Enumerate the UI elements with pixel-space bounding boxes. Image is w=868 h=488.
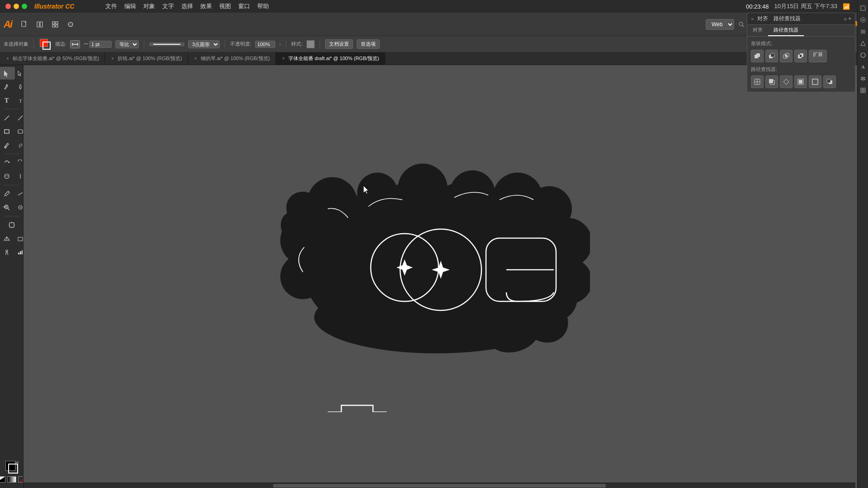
tab-3[interactable]: × 字体全能番 draft.ai* @ 100% (RGB/预览) [276, 52, 385, 65]
menu-window[interactable]: 窗口 [238, 2, 250, 10]
stroke-type-select[interactable]: 3点圆形 [188, 40, 220, 48]
type-tool[interactable]: T [0, 94, 15, 107]
gradient-button[interactable] [7, 476, 16, 483]
right-icon-1[interactable] [859, 15, 868, 24]
tab-close-0[interactable]: × [5, 56, 10, 61]
panel-close-button[interactable]: × [751, 16, 754, 22]
rectangle-tool[interactable] [0, 125, 15, 138]
paintbrush-tool[interactable] [0, 139, 15, 151]
grid-view-button[interactable] [49, 18, 61, 31]
right-icon-2[interactable] [859, 27, 868, 36]
trim-button[interactable] [765, 75, 778, 88]
unite-button[interactable] [751, 50, 764, 62]
rotate-tool[interactable] [0, 156, 15, 169]
menu-select[interactable]: 选择 [181, 2, 193, 10]
canvas-area[interactable] [24, 65, 868, 488]
panel-tab-pathfinder[interactable]: 路径查找器 [768, 25, 804, 36]
tab-2[interactable]: × 钢的琴.ai* @ 100% (RGB/预览) [188, 52, 276, 65]
reflect-tool[interactable] [16, 156, 24, 169]
right-icon-0[interactable] [859, 4, 868, 13]
tab-1[interactable]: × 折纸.ai* @ 100% (RGB/预览) [105, 52, 188, 65]
measure-tool[interactable] [16, 188, 24, 200]
opacity-input[interactable] [255, 41, 275, 48]
workspace-dropdown[interactable]: Web [706, 19, 734, 30]
artboard-tool[interactable] [4, 219, 20, 231]
right-icon-4[interactable] [859, 51, 868, 60]
tab-close-3[interactable]: × [281, 56, 286, 61]
search-icon [738, 21, 745, 28]
expand-button[interactable]: 扩展 [809, 50, 827, 62]
warp-tool[interactable] [0, 170, 15, 183]
hand-tool[interactable] [16, 201, 24, 214]
none-button[interactable] [18, 476, 24, 483]
minus-front-button[interactable] [765, 50, 778, 62]
fill-stroke-toggle[interactable]: ⇄ [5, 460, 19, 474]
minimize-button[interactable] [14, 4, 19, 9]
panel-tab-align[interactable]: 对齐 [747, 25, 768, 36]
new-document-button[interactable] [18, 18, 31, 31]
tab-close-1[interactable]: × [110, 56, 115, 61]
fill-stroke-widget[interactable] [39, 38, 52, 51]
minus-back-button[interactable] [823, 75, 836, 88]
width-tool[interactable] [16, 170, 24, 183]
horizontal-scrollbar[interactable] [24, 483, 855, 488]
merge-button[interactable] [780, 75, 793, 88]
zoom-tool[interactable] [0, 201, 15, 214]
menu-help[interactable]: 帮助 [257, 2, 269, 10]
selection-tool[interactable] [0, 67, 15, 80]
swap-fill-stroke-icon[interactable]: ⇄ [15, 460, 19, 465]
opacity-expand-icon[interactable]: › [279, 41, 281, 47]
reshape-tool[interactable] [16, 80, 24, 93]
graph-tool[interactable] [16, 246, 24, 258]
exclude-button[interactable] [794, 50, 807, 62]
panel-expand-button[interactable]: ≡ [844, 16, 847, 22]
zoom-tool-group [0, 201, 24, 214]
vertical-type-tool[interactable]: T [16, 94, 24, 107]
svg-rect-46 [18, 237, 23, 241]
arc-tool[interactable] [16, 112, 24, 124]
panel-collapse-button[interactable]: ▾ [849, 16, 851, 22]
line-tool[interactable] [0, 112, 15, 124]
menu-effect[interactable]: 效果 [200, 2, 212, 10]
maximize-button[interactable] [22, 4, 27, 9]
eyedropper-tool[interactable] [0, 188, 15, 200]
traffic-lights [5, 4, 27, 9]
menu-file[interactable]: 文件 [105, 2, 117, 10]
intersect-button[interactable] [780, 50, 793, 62]
h-scrollbar-thumb[interactable] [273, 484, 606, 488]
direct-selection-tool[interactable] [16, 67, 24, 80]
stroke-width-input[interactable] [89, 41, 112, 48]
stroke-color-box[interactable] [8, 464, 18, 474]
perspective-select-tool[interactable] [16, 232, 24, 245]
menu-view[interactable]: 视图 [219, 2, 231, 10]
dash-line-selector[interactable] [149, 42, 184, 46]
menu-text[interactable]: 文字 [162, 2, 174, 10]
right-icon-7[interactable] [859, 86, 868, 95]
menu-object[interactable]: 对象 [143, 2, 155, 10]
style-swatch[interactable] [307, 40, 315, 48]
menu-edit[interactable]: 编辑 [124, 2, 136, 10]
stroke-swatch[interactable] [42, 42, 51, 50]
blob-brush-tool[interactable] [16, 139, 24, 151]
stroke-align-select[interactable]: 等比 [115, 40, 139, 48]
toolbar-separator-3 [5, 185, 19, 185]
pen-tool[interactable] [0, 80, 15, 93]
crop-button[interactable] [794, 75, 807, 88]
divide-button[interactable] [751, 75, 764, 88]
puppet-warp-tool[interactable] [0, 246, 15, 258]
svg-point-22 [6, 84, 7, 86]
right-icon-6[interactable] [859, 74, 868, 83]
doc-setup-button[interactable]: 文档设置 [325, 39, 353, 49]
preferences-button[interactable]: 首选项 [357, 39, 380, 49]
right-icon-5[interactable]: A [859, 62, 868, 71]
tab-close-2[interactable]: × [193, 56, 198, 61]
right-icon-3[interactable] [859, 39, 868, 48]
tab-0[interactable]: × 标志字体全能番.ai* @ 50% (RGB/预览) [0, 52, 105, 65]
color-button[interactable] [0, 476, 5, 483]
rounded-rect-tool[interactable] [16, 125, 24, 138]
close-button[interactable] [5, 4, 11, 9]
perspective-grid-tool[interactable] [0, 232, 15, 245]
outline-button[interactable] [809, 75, 821, 88]
libraries-button[interactable] [33, 18, 46, 31]
arrange-button[interactable] [64, 18, 77, 31]
